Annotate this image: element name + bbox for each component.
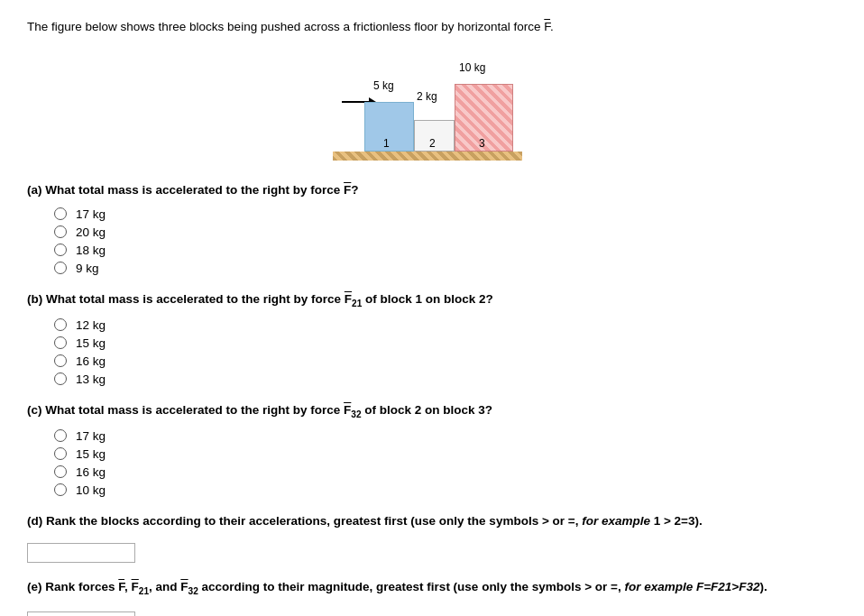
question-b: (b) What total mass is accelerated to th…	[27, 290, 837, 386]
radio-a-3[interactable]	[54, 244, 67, 256]
option-a-2-label: 20 kg	[76, 225, 106, 239]
option-c-2[interactable]: 15 kg	[54, 447, 837, 461]
block1-number: 1	[383, 137, 390, 150]
floor	[333, 152, 522, 161]
question-e: (e) Rank forces F, F21, and F32 accordin…	[27, 577, 837, 616]
option-b-3-label: 16 kg	[76, 354, 106, 368]
option-a-1[interactable]: 17 kg	[54, 207, 837, 221]
option-b-2[interactable]: 15 kg	[54, 336, 837, 350]
option-c-4-label: 10 kg	[76, 483, 106, 497]
radio-c-1[interactable]	[54, 429, 67, 442]
question-e-input[interactable]	[27, 611, 135, 616]
option-a-4[interactable]: 9 kg	[54, 262, 837, 275]
option-b-2-label: 15 kg	[76, 336, 106, 350]
option-b-4-label: 13 kg	[76, 372, 106, 386]
block2-number: 2	[429, 137, 436, 150]
option-c-1[interactable]: 17 kg	[54, 429, 837, 443]
intro-text: The figure below shows three blocks bein…	[27, 18, 837, 36]
block3-number: 3	[479, 137, 485, 150]
radio-c-2[interactable]	[54, 447, 67, 460]
radio-c-3[interactable]	[54, 465, 67, 478]
question-c-options: 17 kg 15 kg 16 kg 10 kg	[54, 429, 837, 497]
option-b-1[interactable]: 12 kg	[54, 318, 837, 332]
radio-a-2[interactable]	[54, 225, 67, 238]
radio-c-4[interactable]	[54, 483, 67, 496]
option-c-2-label: 15 kg	[76, 447, 106, 461]
option-c-3[interactable]: 16 kg	[54, 465, 837, 479]
option-a-4-label: 9 kg	[76, 262, 99, 275]
radio-b-2[interactable]	[54, 336, 67, 349]
block3-weight-label: 10 kg	[459, 61, 485, 74]
option-a-1-label: 17 kg	[76, 207, 106, 221]
radio-a-4[interactable]	[54, 262, 67, 274]
radio-b-4[interactable]	[54, 372, 67, 385]
option-c-4[interactable]: 10 kg	[54, 483, 837, 497]
option-b-3[interactable]: 16 kg	[54, 354, 837, 368]
option-a-3[interactable]: 18 kg	[54, 244, 837, 257]
question-e-text: (e) Rank forces F, F21, and F32 accordin…	[27, 577, 837, 599]
question-a: (a) What total mass is accelerated to th…	[27, 180, 837, 275]
option-b-4[interactable]: 13 kg	[54, 372, 837, 386]
radio-b-3[interactable]	[54, 354, 67, 367]
figure: 5 kg 2 kg 10 kg F 1 2 3	[27, 52, 837, 161]
radio-a-1[interactable]	[54, 207, 67, 220]
option-a-3-label: 18 kg	[76, 244, 106, 257]
question-c-text: (c) What total mass is accelerated to th…	[27, 400, 837, 422]
question-b-text: (b) What total mass is accelerated to th…	[27, 290, 837, 311]
block1-weight-label: 5 kg	[373, 79, 394, 92]
question-a-text: (a) What total mass is accelerated to th…	[27, 180, 837, 200]
question-d-input[interactable]	[27, 543, 135, 563]
option-a-2[interactable]: 20 kg	[54, 225, 837, 239]
option-b-1-label: 12 kg	[76, 318, 106, 332]
block2-weight-label: 2 kg	[417, 90, 437, 103]
question-b-options: 12 kg 15 kg 16 kg 13 kg	[54, 318, 837, 386]
question-d: (d) Rank the blocks according to their a…	[27, 511, 837, 564]
option-c-1-label: 17 kg	[76, 429, 106, 443]
question-a-options: 17 kg 20 kg 18 kg 9 kg	[54, 207, 837, 275]
radio-b-1[interactable]	[54, 318, 67, 331]
option-c-3-label: 16 kg	[76, 465, 106, 479]
question-c: (c) What total mass is accelerated to th…	[27, 400, 837, 497]
question-d-text: (d) Rank the blocks according to their a…	[27, 511, 837, 531]
